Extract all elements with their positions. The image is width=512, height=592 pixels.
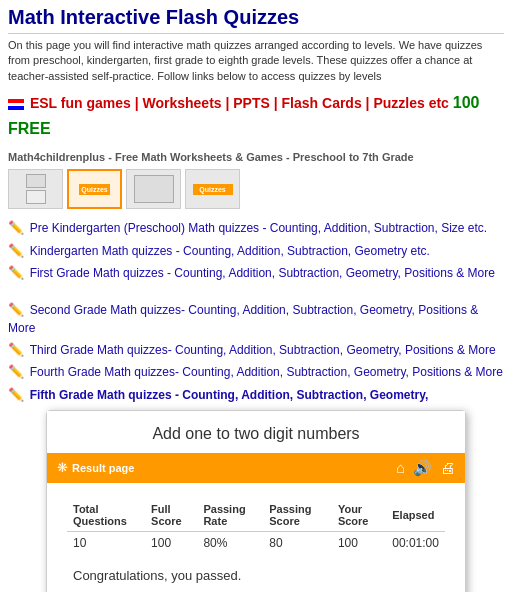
modal-title: Add one to two digit numbers bbox=[63, 425, 449, 443]
page-title: Math Interactive Flash Quizzes bbox=[8, 6, 504, 29]
pencil-icon-dark: ✏️ bbox=[8, 302, 24, 317]
result-icon: ❋ bbox=[57, 460, 68, 475]
quiz-link-kinder[interactable]: Kindergarten Math quizzes - Counting, Ad… bbox=[30, 244, 430, 258]
nav-text: ESL fun games | bbox=[30, 95, 143, 111]
modal-toolbar: ❋ Result page ⌂ 🔊 🖨 bbox=[47, 453, 465, 483]
pencil-icon: ✏️ bbox=[8, 265, 24, 280]
quiz-link-fifth[interactable]: Fifth Grade Math quizzes - Counting, Add… bbox=[30, 388, 429, 402]
list-item: ✏️ Second Grade Math quizzes- Counting, … bbox=[8, 301, 504, 337]
page-description: On this page you will find interactive m… bbox=[8, 38, 504, 84]
col-your-score: Your Score bbox=[332, 499, 386, 532]
quiz-link-preK[interactable]: Pre Kindergarten (Preschool) Math quizze… bbox=[30, 221, 488, 235]
thumb-1[interactable] bbox=[8, 169, 63, 209]
modal-body: Total Questions Full Score Passing Rate … bbox=[47, 483, 465, 592]
col-full-score: Full Score bbox=[145, 499, 197, 532]
pencil-icon-dark: ✏️ bbox=[8, 364, 24, 379]
toolbar-label: Result page bbox=[72, 462, 134, 474]
title-divider bbox=[8, 33, 504, 34]
cell-full-score: 100 bbox=[145, 531, 197, 554]
cell-passing-score: 80 bbox=[263, 531, 332, 554]
site-banner: Math4childrenplus - Free Math Worksheets… bbox=[8, 151, 504, 163]
quiz-link-third[interactable]: Third Grade Math quizzes- Counting, Addi… bbox=[30, 343, 496, 357]
result-modal: Add one to two digit numbers ❋ Result pa… bbox=[46, 410, 466, 592]
modal-header: Add one to two digit numbers bbox=[47, 411, 465, 453]
col-passing-score: Passing Score bbox=[263, 499, 332, 532]
flag-icon bbox=[8, 99, 24, 110]
thumb-3[interactable] bbox=[126, 169, 181, 209]
sound-icon[interactable]: 🔊 bbox=[413, 459, 432, 477]
thumb-2[interactable]: Quizzes bbox=[67, 169, 122, 209]
worksheets-link[interactable]: Worksheets bbox=[142, 95, 221, 111]
ppts-link[interactable]: PPTS bbox=[233, 95, 270, 111]
puzzles-link[interactable]: Puzzles etc bbox=[373, 95, 452, 111]
list-item: ✏️ First Grade Math quizzes - Counting, … bbox=[8, 264, 504, 282]
thumb-4-label: Quizzes bbox=[193, 184, 233, 195]
toolbar-left: ❋ Result page bbox=[57, 460, 134, 475]
toolbar-right: ⌂ 🔊 🖨 bbox=[396, 459, 455, 477]
table-row: 10 100 80% 80 100 00:01:00 bbox=[67, 531, 445, 554]
flashcards-link[interactable]: Flash Cards bbox=[282, 95, 362, 111]
pencil-icon-dark: ✏️ bbox=[8, 342, 24, 357]
results-table: Total Questions Full Score Passing Rate … bbox=[67, 499, 445, 554]
print-icon[interactable]: 🖨 bbox=[440, 459, 455, 477]
list-item: ✏️ Pre Kindergarten (Preschool) Math qui… bbox=[8, 219, 504, 237]
quiz-link-second[interactable]: Second Grade Math quizzes- Counting, Add… bbox=[8, 303, 478, 335]
quiz-link-fourth[interactable]: Fourth Grade Math quizzes- Counting, Add… bbox=[30, 365, 503, 379]
home-icon[interactable]: ⌂ bbox=[396, 459, 405, 477]
quiz-links-list: ✏️ Pre Kindergarten (Preschool) Math qui… bbox=[8, 219, 504, 404]
pencil-icon: ✏️ bbox=[8, 243, 24, 258]
list-item: ✏️ Kindergarten Math quizzes - Counting,… bbox=[8, 242, 504, 260]
cell-your-score: 100 bbox=[332, 531, 386, 554]
thumb-4[interactable]: Quizzes bbox=[185, 169, 240, 209]
pencil-icon: ✏️ bbox=[8, 220, 24, 235]
col-total-questions: Total Questions bbox=[67, 499, 145, 532]
cell-elapsed: 00:01:00 bbox=[386, 531, 445, 554]
col-passing-rate: Passing Rate bbox=[197, 499, 263, 532]
list-item: ✏️ Fourth Grade Math quizzes- Counting, … bbox=[8, 363, 504, 381]
col-elapsed: Elapsed bbox=[386, 499, 445, 532]
congrats-text: Congratulations, you passed. bbox=[67, 568, 445, 583]
thumb-2-label: Quizzes bbox=[79, 184, 109, 195]
cell-passing-rate: 80% bbox=[197, 531, 263, 554]
pencil-icon-dark: ✏️ bbox=[8, 387, 24, 402]
quiz-link-first[interactable]: First Grade Math quizzes - Counting, Add… bbox=[30, 266, 495, 280]
thumbnail-row: Quizzes Quizzes bbox=[8, 169, 504, 209]
list-item: ✏️ Fifth Grade Math quizzes - Counting, … bbox=[8, 386, 504, 404]
list-item: ✏️ Third Grade Math quizzes- Counting, A… bbox=[8, 341, 504, 359]
nav-links: ESL fun games | Worksheets | PPTS | Flas… bbox=[8, 90, 504, 141]
cell-total-questions: 10 bbox=[67, 531, 145, 554]
